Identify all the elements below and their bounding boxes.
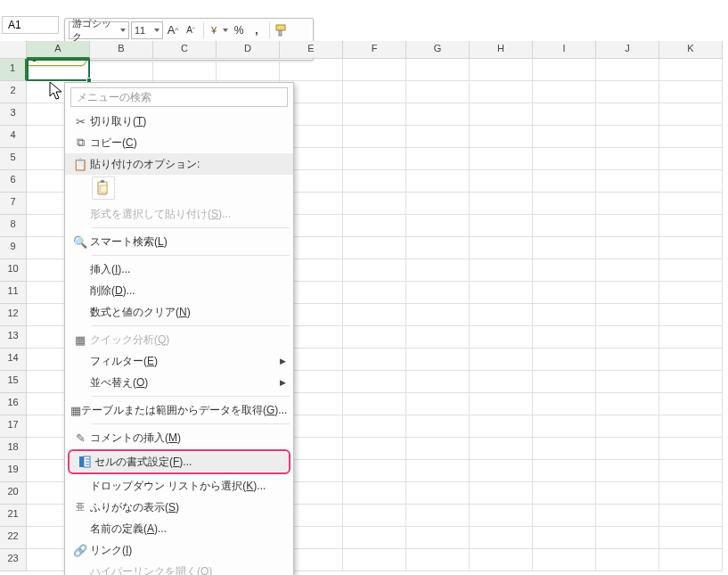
row-header[interactable]: 23 [0,549,27,571]
cell[interactable] [659,527,723,549]
name-box[interactable] [2,16,59,34]
cell[interactable] [343,415,406,438]
cell[interactable] [470,482,533,505]
cell[interactable] [659,304,723,326]
cell[interactable] [343,304,406,326]
cell[interactable] [406,148,470,170]
cell[interactable] [533,81,596,103]
cell[interactable] [343,505,406,527]
row-header[interactable]: 21 [0,505,27,527]
cell[interactable] [406,193,470,215]
row-header[interactable]: 4 [0,126,27,148]
cell[interactable] [659,415,723,438]
col-header[interactable]: H [470,41,533,59]
cell[interactable] [406,415,470,438]
row-header[interactable]: 17 [0,415,27,438]
font-size-select[interactable]: 11 [131,21,163,39]
cell[interactable] [533,393,596,415]
row-header[interactable]: 5 [0,148,27,170]
accounting-format-button[interactable]: ¥ [209,21,229,39]
cell[interactable] [659,549,723,571]
cell[interactable] [406,460,470,482]
cell[interactable] [470,393,533,415]
cell[interactable] [659,393,723,415]
cell[interactable] [406,282,470,304]
row-header[interactable]: 1 [0,59,27,81]
cell[interactable] [659,126,723,148]
cell[interactable] [470,326,533,349]
cell[interactable] [659,460,723,482]
cell[interactable] [406,549,470,571]
cell[interactable] [596,170,659,193]
cell[interactable] [153,59,217,81]
cell[interactable] [470,527,533,549]
row-header[interactable]: 20 [0,482,27,505]
col-header[interactable]: E [280,41,343,59]
ctx-insert[interactable]: 挿入(I)... [65,259,293,280]
ctx-copy[interactable]: ⧉ コピー(C) [65,132,293,153]
cell[interactable] [596,482,659,505]
row-header[interactable]: 9 [0,237,27,259]
cell[interactable] [596,59,659,81]
cell[interactable] [596,505,659,527]
cell[interactable] [343,282,406,304]
cell[interactable] [470,237,533,259]
cell[interactable] [659,505,723,527]
cell[interactable] [659,103,723,126]
cell[interactable] [343,259,406,282]
col-header[interactable]: F [343,41,406,59]
cell[interactable] [406,103,470,126]
cell[interactable] [533,549,596,571]
cell[interactable] [470,505,533,527]
cell[interactable] [659,349,723,371]
col-header[interactable]: G [406,41,470,59]
row-header[interactable]: 3 [0,103,27,126]
format-painter-button[interactable] [274,21,290,39]
cell[interactable] [470,170,533,193]
row-header[interactable]: 19 [0,460,27,482]
cell[interactable] [659,215,723,237]
cell[interactable] [596,237,659,259]
cell[interactable] [406,126,470,148]
cell[interactable] [470,438,533,460]
cell[interactable] [343,527,406,549]
ctx-clear[interactable]: 数式と値のクリア(N) [65,301,293,323]
cell[interactable] [470,215,533,237]
cell[interactable] [533,438,596,460]
ctx-filter[interactable]: フィルター(E) ▶ [65,350,293,372]
cell[interactable] [659,371,723,393]
percent-button[interactable]: % [231,21,247,39]
cell[interactable] [470,103,533,126]
row-header[interactable]: 14 [0,349,27,371]
cell[interactable] [343,193,406,215]
cell[interactable] [406,527,470,549]
cell[interactable] [596,304,659,326]
cell[interactable] [596,415,659,438]
cell[interactable] [596,282,659,304]
cell[interactable] [596,326,659,349]
cell[interactable] [533,505,596,527]
cell[interactable] [470,415,533,438]
paste-default-button[interactable] [92,177,115,200]
ctx-delete[interactable]: 削除(D)... [65,280,293,301]
cell[interactable] [90,59,153,81]
cell[interactable] [406,237,470,259]
ctx-pick-from-dropdown[interactable]: ドロップダウン リストから選択(K)... [65,475,293,497]
cell[interactable] [406,371,470,393]
cell[interactable] [406,170,470,193]
cell[interactable] [470,148,533,170]
row-header[interactable]: 18 [0,438,27,460]
select-all-corner[interactable] [0,41,27,59]
cell[interactable] [406,304,470,326]
cell[interactable] [343,170,406,193]
cell[interactable] [406,259,470,282]
cell[interactable] [406,326,470,349]
cell[interactable] [596,81,659,103]
ctx-link[interactable]: 🔗 リンク(I) [65,539,293,561]
font-name-select[interactable]: 游ゴシック [69,21,129,39]
cell[interactable] [596,438,659,460]
cell[interactable] [343,103,406,126]
cell[interactable] [406,81,470,103]
col-header[interactable]: C [153,41,217,59]
cell[interactable] [470,460,533,482]
